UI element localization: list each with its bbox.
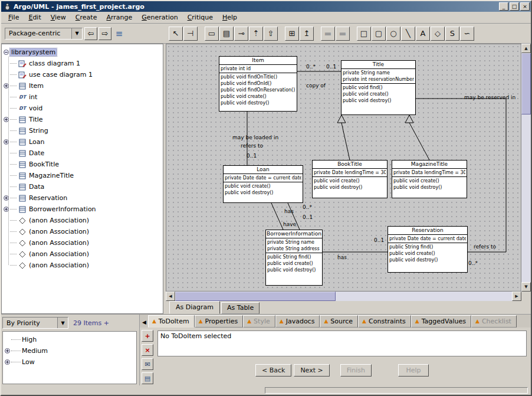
- aggregation-tool-button[interactable]: ⊞: [285, 27, 299, 41]
- tab-source[interactable]: ▲Source: [320, 315, 358, 328]
- tab-constraints[interactable]: ▲Constraints: [358, 315, 411, 328]
- scroll-right-button[interactable]: ▶: [512, 292, 521, 301]
- tree-item-string[interactable]: String: [2, 125, 163, 136]
- edge-label[interactable]: 0..1: [326, 64, 336, 70]
- perspective-combo[interactable]: Package-centric ▼: [5, 28, 83, 40]
- edge-label[interactable]: copy of: [306, 83, 326, 89]
- menu-create[interactable]: Create: [71, 12, 102, 23]
- back-button[interactable]: < Back: [255, 364, 291, 377]
- title-bar[interactable]: Argo/UML - james_first_project.argo _ □ …: [1, 1, 531, 12]
- tree-item-anon-association[interactable]: (anon Association): [2, 237, 163, 248]
- edge-label[interactable]: has: [337, 254, 347, 260]
- dependency-tool-button[interactable]: ⇡: [249, 27, 263, 41]
- line-tool-button[interactable]: ╲: [401, 27, 415, 41]
- edge-label[interactable]: have: [283, 221, 296, 227]
- tree-item-anon-association[interactable]: (anon Association): [2, 226, 163, 237]
- menu-generation[interactable]: Generation: [137, 12, 182, 23]
- edge-label[interactable]: 0..*: [306, 64, 316, 70]
- tree-item-loan[interactable]: Loan: [2, 136, 163, 148]
- class-tool-button[interactable]: ▤: [219, 27, 234, 41]
- generalization-magazinetitle-title[interactable]: [409, 123, 429, 160]
- broom-tool-button[interactable]: ⊣: [183, 27, 198, 41]
- tree-item-date[interactable]: Date: [2, 148, 163, 159]
- edge-label[interactable]: 0..1: [374, 237, 384, 243]
- collapse-knob-icon[interactable]: [2, 49, 10, 55]
- close-button[interactable]: ×: [520, 2, 530, 11]
- new-todoitem-button[interactable]: +: [142, 330, 153, 342]
- horizontal-scroll-track[interactable]: [175, 292, 512, 301]
- horizontal-scrollbar[interactable]: ◀ ▶: [166, 292, 521, 301]
- todo-item-high[interactable]: High: [3, 334, 136, 345]
- circle-tool-button[interactable]: ○: [386, 27, 400, 41]
- nav-forward-button[interactable]: ⇨: [98, 27, 111, 40]
- tab-taggedvalues[interactable]: ▲TaggedValues: [411, 315, 471, 328]
- class-reservation[interactable]: Reservationprivate Date date = current d…: [387, 226, 468, 273]
- edge-label[interactable]: has: [284, 208, 294, 214]
- menu-file[interactable]: File: [4, 12, 24, 23]
- tree-item-item[interactable]: Item: [2, 80, 163, 91]
- tree-item-anon-association[interactable]: (anon Association): [2, 260, 163, 271]
- tree-item-magazinetitle[interactable]: MagazineTitle: [2, 170, 163, 181]
- diagram-canvas[interactable]: Itemprivate int idpublic void findOnTitl…: [166, 44, 521, 292]
- class-borrowerinformation[interactable]: BorrowerInformationprivate String namepr…: [265, 230, 323, 286]
- generalization-tool-button[interactable]: ⇧: [264, 27, 278, 41]
- association-tool-button[interactable]: ⊸: [234, 27, 248, 41]
- todo-combo-arrow-icon[interactable]: ▼: [57, 318, 68, 328]
- scroll-down-button[interactable]: ▼: [521, 282, 531, 292]
- tab-properties[interactable]: ▲Properties: [195, 315, 244, 328]
- edge-label[interactable]: 0..1: [303, 214, 313, 220]
- next-button[interactable]: Next >: [294, 364, 329, 377]
- tree-root-row[interactable]: librarysystem: [2, 47, 163, 58]
- todo-item-medium[interactable]: Medium: [3, 345, 136, 356]
- tree-item-void[interactable]: DTvoid: [2, 103, 163, 114]
- edge-label[interactable]: refers to: [241, 143, 263, 149]
- rectangle-tool-button[interactable]: □: [357, 27, 371, 41]
- tab-javadocs[interactable]: ▲Javadocs: [275, 315, 320, 328]
- rounded-rectangle-tool-button[interactable]: ▢: [372, 27, 386, 41]
- tab-scroll-left-icon[interactable]: ◀: [141, 319, 148, 328]
- menu-critique[interactable]: Critique: [183, 12, 218, 23]
- package-tool-button[interactable]: ▭: [205, 27, 219, 41]
- scroll-left-button[interactable]: ◀: [166, 292, 175, 301]
- menu-arrange[interactable]: Arrange: [101, 12, 137, 23]
- expand-knob-icon[interactable]: [3, 348, 11, 354]
- scroll-up-button[interactable]: ▲: [521, 44, 531, 53]
- tree-item-data[interactable]: Data: [2, 181, 163, 192]
- snooze-critic-button[interactable]: ▤: [142, 372, 153, 384]
- vertical-scroll-track[interactable]: [521, 53, 531, 282]
- menu-edit[interactable]: Edit: [24, 12, 45, 23]
- tree-item-reservation[interactable]: Reservation: [2, 192, 163, 204]
- tree-item-title[interactable]: Title: [2, 114, 163, 125]
- tree-item-use-case-diagram-1[interactable]: use case diagram 1: [2, 69, 163, 80]
- tree-item-anon-association[interactable]: (anon Association): [2, 215, 163, 226]
- ink-tool-button[interactable]: ∽: [460, 27, 474, 41]
- edge-label[interactable]: 0..*: [468, 260, 478, 266]
- composition-tool-button[interactable]: ↥: [300, 27, 314, 41]
- edge-label[interactable]: may be reserved in: [464, 94, 515, 100]
- menu-help[interactable]: Help: [218, 12, 242, 23]
- association-loan-borrower-1[interactable]: [271, 203, 283, 230]
- text-tool-button[interactable]: A: [416, 27, 430, 41]
- vertical-scroll-thumb[interactable]: [521, 53, 531, 114]
- tree-item-int[interactable]: DTint: [2, 91, 163, 103]
- tab-as-diagram[interactable]: As Diagram: [169, 301, 220, 314]
- perspective-config-button[interactable]: ≡: [113, 27, 126, 40]
- class-magazinetitle[interactable]: MagazineTitleprivate Data lendingTime = …: [392, 160, 467, 198]
- polygon-tool-button[interactable]: ◇: [431, 27, 445, 41]
- class-item[interactable]: Itemprivate int idpublic void findOnTitl…: [219, 56, 297, 112]
- tree-item-booktitle[interactable]: BookTitle: [2, 159, 163, 170]
- tree-item-borrowerinformation[interactable]: BorrowerInformation: [2, 204, 163, 215]
- expand-knob-icon[interactable]: [3, 359, 11, 365]
- todo-perspective-combo[interactable]: By Priority ▼: [2, 317, 68, 329]
- vertical-scrollbar[interactable]: ▲ ▼: [521, 44, 531, 292]
- edge-label[interactable]: 0..*: [303, 204, 312, 210]
- tab-as-table[interactable]: As Table: [221, 302, 260, 314]
- class-booktitle[interactable]: BookTitleprivate Date lendingTime = 30pu…: [312, 160, 387, 198]
- tree-item-anon-association[interactable]: (anon Association): [2, 248, 163, 260]
- email-expert-button[interactable]: ✉: [142, 358, 153, 370]
- select-tool-button[interactable]: ↖: [169, 27, 183, 41]
- menu-view[interactable]: View: [46, 12, 71, 23]
- edge-label[interactable]: 0..1: [247, 153, 257, 159]
- tree-root-label[interactable]: librarysystem: [10, 48, 57, 56]
- tab-todoitem[interactable]: ▲ToDoItem: [148, 315, 195, 328]
